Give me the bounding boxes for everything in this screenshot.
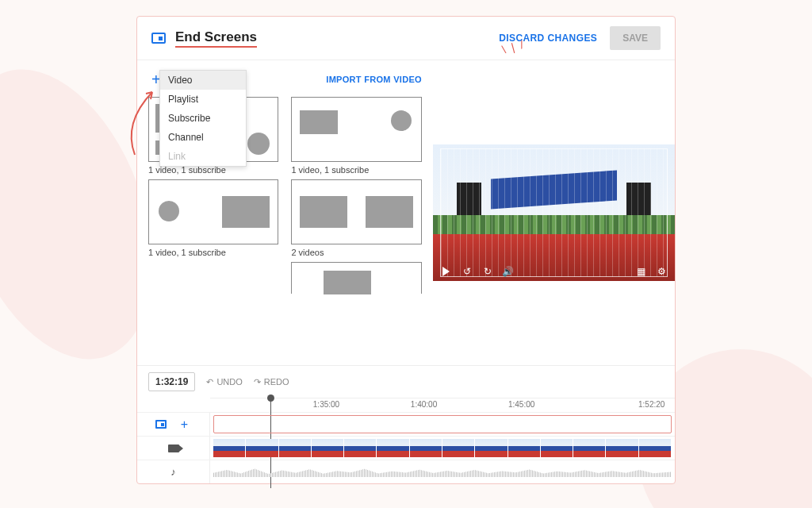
loop-icon[interactable]: ↻ xyxy=(482,266,493,277)
video-preview[interactable]: ↺ ↻ 🔊 ▦ ⚙ xyxy=(433,144,675,281)
audio-track-icon: ♪ xyxy=(170,466,176,478)
menu-item-channel[interactable]: Channel xyxy=(160,128,246,147)
template-caption: 2 videos xyxy=(291,248,421,257)
settings-icon[interactable]: ⚙ xyxy=(656,266,667,277)
editor-header: End Screens \ | / DISCARD CHANGES SAVE xyxy=(137,17,675,60)
menu-item-playlist[interactable]: Playlist xyxy=(160,90,246,109)
video-track-icon xyxy=(168,444,179,452)
annotation-arrow xyxy=(119,87,167,159)
audio-track: ♪ xyxy=(137,460,675,483)
editor-main: + IMPORT FROM VIDEO Video Playlist Subsc… xyxy=(137,60,675,366)
menu-item-subscribe[interactable]: Subscribe xyxy=(160,109,246,128)
video-track xyxy=(137,436,675,460)
end-screen-icon xyxy=(151,33,166,44)
import-from-video-button[interactable]: IMPORT FROM VIDEO xyxy=(326,75,422,84)
template-card[interactable]: 1 video, 1 subscribe xyxy=(148,179,278,257)
ruler-label: 1:52:20 xyxy=(638,400,665,409)
current-time-display[interactable]: 1:32:19 xyxy=(148,372,195,391)
end-screen-track-icon xyxy=(155,420,167,429)
add-element-menu: Video Playlist Subscribe Channel Link xyxy=(159,70,247,167)
template-caption: 1 video, 1 subscribe xyxy=(291,165,421,175)
page-title: End Screens xyxy=(175,29,257,48)
timeline-ruler[interactable]: 1:35:00 1:40:00 1:45:00 1:52:20 xyxy=(210,398,675,412)
template-card[interactable]: 1 video, 1 subscribe xyxy=(291,97,421,175)
template-card[interactable] xyxy=(291,262,421,294)
template-caption: 1 video, 1 subscribe xyxy=(148,248,278,257)
end-screen-slot[interactable] xyxy=(213,415,672,433)
ruler-label: 1:35:00 xyxy=(313,400,339,409)
menu-item-link: Link xyxy=(160,147,246,166)
menu-item-video[interactable]: Video xyxy=(160,71,246,90)
template-card[interactable]: 2 videos xyxy=(291,179,421,257)
save-button[interactable]: SAVE xyxy=(610,26,661,50)
timeline-panel: 1:32:19 ↶UNDO ↷REDO 1:35:00 1:40:00 1:45… xyxy=(137,366,675,483)
end-screens-editor-window: End Screens \ | / DISCARD CHANGES SAVE +… xyxy=(136,16,676,484)
templates-pane: + IMPORT FROM VIDEO Video Playlist Subsc… xyxy=(137,60,433,365)
volume-icon[interactable]: 🔊 xyxy=(503,266,514,277)
player-controls: ↺ ↻ 🔊 ▦ ⚙ xyxy=(433,262,675,281)
add-end-screen-track-button[interactable]: + xyxy=(178,418,191,432)
video-preview-pane: ↺ ↻ 🔊 ▦ ⚙ xyxy=(433,60,675,365)
audio-waveform[interactable] xyxy=(213,467,672,477)
ruler-label: 1:45:00 xyxy=(508,400,534,409)
rewind-icon[interactable]: ↺ xyxy=(462,266,473,277)
undo-button[interactable]: ↶UNDO xyxy=(206,377,242,387)
grid-icon[interactable]: ▦ xyxy=(635,266,646,277)
ruler-label: 1:40:00 xyxy=(411,400,437,409)
play-icon[interactable] xyxy=(441,266,452,277)
video-filmstrip[interactable] xyxy=(213,439,672,457)
end-screen-track: + xyxy=(137,412,675,436)
redo-button[interactable]: ↷REDO xyxy=(254,377,289,387)
